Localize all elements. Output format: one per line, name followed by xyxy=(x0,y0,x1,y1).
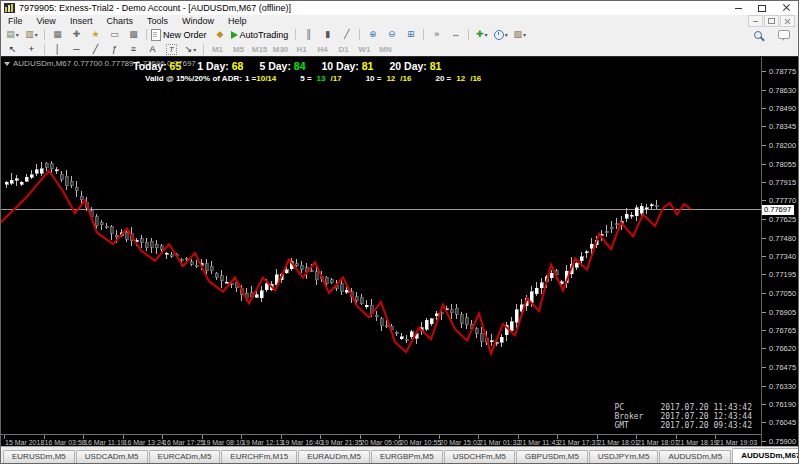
line-chart-button[interactable]: ╱ xyxy=(337,28,356,41)
child-restore-icon[interactable] xyxy=(764,15,779,27)
candlestick-chart-button[interactable]: ▮ xyxy=(318,28,337,41)
metaeditor-button[interactable]: ◆ xyxy=(211,28,230,41)
arrows-button[interactable]: ↘▾ xyxy=(181,43,200,56)
price-tick xyxy=(762,293,766,294)
tile-windows-icon: ⊞ xyxy=(407,30,415,39)
chart-tab[interactable]: EURCADm,M5 xyxy=(149,450,221,463)
search-button[interactable] xyxy=(748,28,767,41)
market-watch-button[interactable]: ▦ xyxy=(48,28,67,41)
child-close-icon[interactable] xyxy=(780,15,795,27)
period-w1-button[interactable]: W1 xyxy=(354,45,375,54)
templates-button[interactable]: ▧▾ xyxy=(510,28,529,41)
price-tick xyxy=(762,238,766,239)
zoom-out-button[interactable]: ⊖ xyxy=(382,28,401,41)
price-axis-label: 0.78490 xyxy=(769,104,796,113)
chart-tab[interactable]: USDJPYm,M5 xyxy=(589,450,659,463)
time-axis-label: 21 Mar 18:01 xyxy=(598,439,639,446)
data-window-button[interactable]: ✚ xyxy=(67,28,86,41)
chart-tab[interactable]: USDCADm,M5 xyxy=(76,450,148,463)
price-tick xyxy=(762,404,766,405)
crosshair-button[interactable]: + xyxy=(22,43,41,56)
chat-button[interactable] xyxy=(774,28,793,41)
price-tick xyxy=(762,108,766,109)
period-h1-button[interactable]: H1 xyxy=(291,45,312,54)
chart-tab[interactable]: EURGBPm,M5 xyxy=(371,450,443,463)
period-mn-button[interactable]: MN xyxy=(375,45,396,54)
close-icon[interactable] xyxy=(774,1,798,15)
child-minimize-icon[interactable] xyxy=(748,15,763,27)
search-icon xyxy=(754,31,762,39)
symbol-dropdown-icon[interactable] xyxy=(4,62,10,66)
chart-tab[interactable]: EURCHFm,M15 xyxy=(221,450,297,463)
menu-window[interactable]: Window xyxy=(175,16,221,26)
price-axis-label: 0.77625 xyxy=(769,215,796,224)
tile-windows-button[interactable]: ⊞ xyxy=(401,28,420,41)
periods-button[interactable]: ▾ xyxy=(491,28,510,41)
time-axis-label: 21 Mar 01:32 xyxy=(479,439,520,446)
navigator-icon: ★ xyxy=(91,30,99,39)
chart-tab[interactable]: AUDUSDm,M5 xyxy=(659,450,731,463)
price-tick xyxy=(762,422,766,423)
time-axis-label: 16 Mar 17:25 xyxy=(163,439,204,446)
chart-area[interactable]: 15 Mar 201816 Mar 03:5816 Mar 11:1916 Ma… xyxy=(1,56,799,450)
menu-charts[interactable]: Charts xyxy=(99,16,140,26)
navigator-button[interactable]: ★ xyxy=(86,28,105,41)
time-axis-label: 15 Mar 2018 xyxy=(5,439,44,446)
chart-shift-button[interactable]: ↔ xyxy=(446,28,465,41)
chart-tab-bar: EURUSDm,M5USDCADm,M5EURCADm,M5EURCHFm,M1… xyxy=(1,446,798,463)
time-axis-label: 21 Mar 18:19 xyxy=(677,439,718,446)
price-chart-canvas[interactable] xyxy=(1,57,761,450)
price-tick xyxy=(762,330,766,331)
trendline-button[interactable]: ╱ xyxy=(86,43,105,56)
autotrading-button[interactable]: AutoTrading xyxy=(230,28,293,41)
fibonacci-button[interactable]: ƒ xyxy=(105,43,124,56)
text-icon: A xyxy=(149,45,155,54)
cursor-button[interactable]: ↖ xyxy=(3,43,22,56)
price-axis-label: 0.77195 xyxy=(769,270,796,279)
period-m5-button[interactable]: M5 xyxy=(228,45,249,54)
time-axis-label: 21 Mar 11:43 xyxy=(519,439,560,446)
menu-view[interactable]: View xyxy=(30,16,63,26)
chart-tab[interactable]: USDCHFm,M5 xyxy=(444,450,515,463)
adr-day-stat: 20 Day: 81 xyxy=(389,60,441,72)
chart-tab[interactable]: EURUSDm,M5 xyxy=(3,450,75,463)
period-m30-button[interactable]: M30 xyxy=(270,45,291,54)
terminal-button[interactable]: ▭ xyxy=(105,28,124,41)
chart-tab[interactable]: GBPUSDm,M5 xyxy=(516,450,588,463)
vertical-line-button[interactable]: │ xyxy=(48,43,67,56)
new-order-button[interactable]: New Order xyxy=(150,28,211,41)
maximize-icon[interactable] xyxy=(750,1,774,15)
candlestick-chart-icon: ▮ xyxy=(325,30,330,39)
price-axis-label: 0.78200 xyxy=(769,141,796,150)
menu-help[interactable]: Help xyxy=(221,16,254,26)
toolbar-separator xyxy=(203,44,204,55)
menu-file[interactable]: File xyxy=(1,16,30,26)
strategy-tester-button[interactable]: ▩ xyxy=(124,28,143,41)
period-m15-button[interactable]: M15 xyxy=(249,45,270,54)
equidistant-channel-button[interactable]: ≡ xyxy=(124,43,143,56)
price-tick xyxy=(762,348,766,349)
profiles-button[interactable]: ▥▾ xyxy=(22,28,41,41)
text-button[interactable]: A xyxy=(143,43,162,56)
menu-tools[interactable]: Tools xyxy=(140,16,175,26)
horizontal-line-button[interactable]: ─ xyxy=(67,43,86,56)
period-h4-button[interactable]: H4 xyxy=(312,45,333,54)
minimize-icon[interactable] xyxy=(726,1,750,15)
bar-chart-button[interactable]: ║ xyxy=(299,28,318,41)
indicators-icon: ✚ xyxy=(476,30,484,39)
adr-valid-stat: 5 =13/17 xyxy=(300,74,341,83)
chart-tab[interactable]: AUDUSDm,M67 (offline) xyxy=(732,448,799,463)
mt4-window: 7979905: Exness-Trial2 - Demo Account - … xyxy=(0,0,799,464)
price-axis-label: 0.76905 xyxy=(769,308,796,317)
menu-insert[interactable]: Insert xyxy=(63,16,100,26)
text-label-button[interactable]: T xyxy=(162,43,181,56)
chart-tab[interactable]: EURAUDm,M5 xyxy=(298,450,370,463)
zoom-in-button[interactable]: ⊕ xyxy=(363,28,382,41)
new-chart-button[interactable]: ▤▾ xyxy=(3,28,22,41)
line-chart-icon: ╱ xyxy=(344,30,349,39)
period-m1-button[interactable]: M1 xyxy=(207,45,228,54)
period-d1-button[interactable]: D1 xyxy=(333,45,354,54)
auto-scroll-button[interactable]: » xyxy=(427,28,446,41)
indicators-button[interactable]: ✚▾ xyxy=(472,28,491,41)
adr-day-label: 10 Day: xyxy=(322,60,362,72)
